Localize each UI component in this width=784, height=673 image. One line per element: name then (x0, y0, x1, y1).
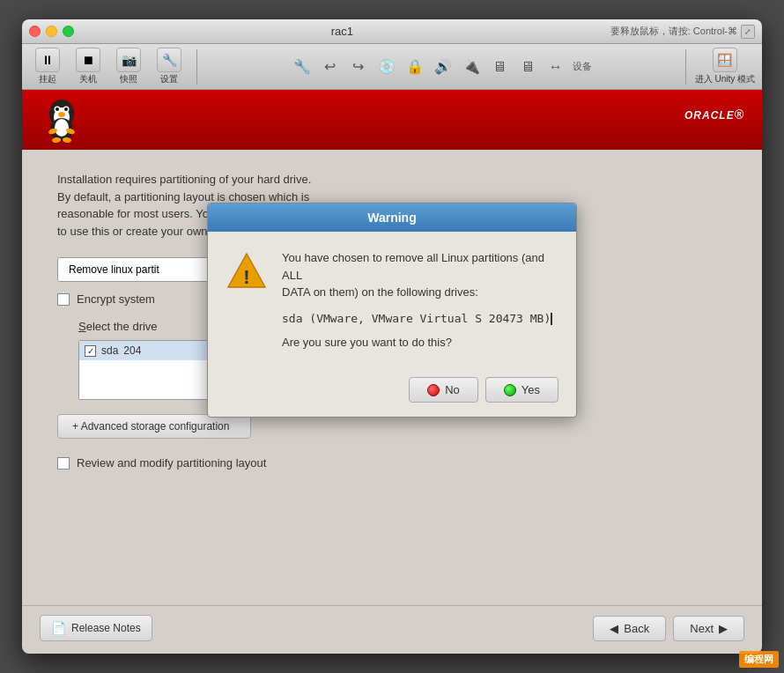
back-label: Back (624, 622, 649, 635)
close-button[interactable] (29, 26, 41, 37)
warning-dialog: Warning ! You have chosen to remove all … (207, 203, 577, 418)
dialog-title: Warning (367, 211, 416, 225)
stop-button[interactable]: ⏹ 关机 (70, 48, 107, 85)
back-button[interactable]: ◀ Back (593, 616, 666, 641)
toolbar: ⏸ 挂起 ⏹ 关机 📷 快照 🔧 设置 🔧 ↩ ↪ 💿 🔒 🔊 🔌 🖥 🖥 ↔ (22, 44, 762, 90)
dialog-titlebar: Warning (208, 203, 576, 232)
back-arrow-icon: ◀ (610, 622, 618, 635)
usb-icon[interactable]: 🔌 (460, 55, 483, 78)
nav-buttons: ◀ Back Next ▶ (593, 616, 744, 641)
unity-icon: 🪟 (713, 48, 737, 72)
devices-label: 设备 (573, 60, 592, 73)
snapshot-button[interactable]: 📷 快照 (110, 48, 147, 85)
next-arrow-icon: ▶ (719, 622, 728, 635)
dialog-text: You have chosen to remove all Linux part… (282, 249, 558, 363)
volume-icon[interactable]: 🔊 (432, 55, 455, 78)
settings-label: 设置 (160, 73, 178, 85)
usb-settings-icon[interactable]: 🔧 (291, 55, 314, 78)
tux-logo (40, 96, 84, 144)
doc-icon: 📄 (51, 621, 66, 635)
separator-2 (685, 49, 686, 85)
svg-point-5 (64, 107, 68, 111)
svg-text:!: ! (243, 266, 249, 288)
main-window: rac1 要释放鼠标，请按: Control-⌘ ⤢ ⏸ 挂起 ⏹ 关机 📷 快… (22, 19, 762, 654)
devices-group: 🔧 ↩ ↪ 💿 🔒 🔊 🔌 🖥 🖥 ↔ 设备 (206, 55, 677, 78)
yes-button[interactable]: Yes (485, 377, 558, 403)
fullscreen-button[interactable]: ⤢ (741, 25, 755, 39)
disk-icon[interactable]: 💿 (375, 55, 398, 78)
dialog-buttons: No Yes (208, 377, 576, 417)
next-button[interactable]: Next ▶ (673, 616, 744, 641)
no-button[interactable]: No (409, 377, 478, 403)
text-cursor (551, 313, 552, 325)
separator-1 (196, 49, 197, 85)
oracle-logo: ORACLE® (684, 104, 744, 137)
watermark: 编程网 (739, 651, 779, 668)
oracle-logo-text: ORACLE (684, 109, 735, 122)
settings-button[interactable]: 🔧 设置 (151, 48, 188, 85)
pause-label: 挂起 (39, 73, 56, 85)
window-title: rac1 (74, 25, 610, 38)
snapshot-label: 快照 (120, 73, 137, 85)
pause-icon: ⏸ (35, 48, 60, 72)
dialog-drive-text: sda (VMware, VMware Virtual S 20473 MB) (282, 312, 558, 326)
lock-icon[interactable]: 🔒 (403, 55, 426, 78)
stop-label: 关机 (79, 73, 97, 85)
network-icon[interactable]: 🖥 (488, 55, 511, 78)
arrows-icon[interactable]: ↔ (544, 55, 567, 78)
svg-point-4 (55, 107, 59, 111)
warning-icon: ! (226, 249, 268, 292)
hint-text: 要释放鼠标，请按: Control-⌘ (610, 25, 737, 38)
maximize-button[interactable] (63, 26, 74, 37)
pause-button[interactable]: ⏸ 挂起 (29, 48, 66, 85)
main-content: Installation requires partitioning of yo… (22, 150, 762, 605)
next-label: Next (690, 622, 714, 635)
dialog-body: ! You have chosen to remove all Linux pa… (208, 232, 576, 377)
unity-button[interactable]: 🪟 进入 Unity 模式 (695, 48, 755, 85)
dialog-question: Are you sure you want to do this? (282, 336, 558, 349)
display-icon[interactable]: 🖥 (516, 55, 539, 78)
release-notes-label: Release Notes (71, 622, 141, 634)
yes-label: Yes (521, 383, 540, 396)
stop-icon: ⏹ (76, 48, 100, 72)
titlebar-right: 要释放鼠标，请按: Control-⌘ ⤢ (610, 25, 755, 39)
release-notes-button[interactable]: 📄 Release Notes (40, 615, 152, 641)
traffic-lights (29, 26, 74, 37)
oracle-header: ORACLE® (22, 90, 762, 150)
settings-icon: 🔧 (157, 48, 181, 72)
svg-point-8 (55, 119, 69, 137)
snapshot-icon: 📷 (116, 48, 141, 72)
no-button-icon (427, 384, 440, 396)
svg-point-6 (58, 112, 65, 117)
bottom-bar: 📄 Release Notes ◀ Back Next ▶ (22, 605, 762, 654)
dialog-overlay: Warning ! You have chosen to remove all … (22, 150, 762, 605)
titlebar: rac1 要释放鼠标，请按: Control-⌘ ⤢ (22, 19, 762, 44)
back-icon[interactable]: ↩ (319, 55, 342, 78)
unity-label: 进入 Unity 模式 (695, 73, 755, 85)
yes-button-icon (504, 384, 516, 396)
oracle-trademark: ® (735, 107, 744, 122)
forward-icon[interactable]: ↪ (347, 55, 370, 78)
no-label: No (445, 383, 460, 396)
minimize-button[interactable] (46, 26, 57, 37)
dialog-main-text: You have chosen to remove all Linux part… (282, 249, 558, 301)
